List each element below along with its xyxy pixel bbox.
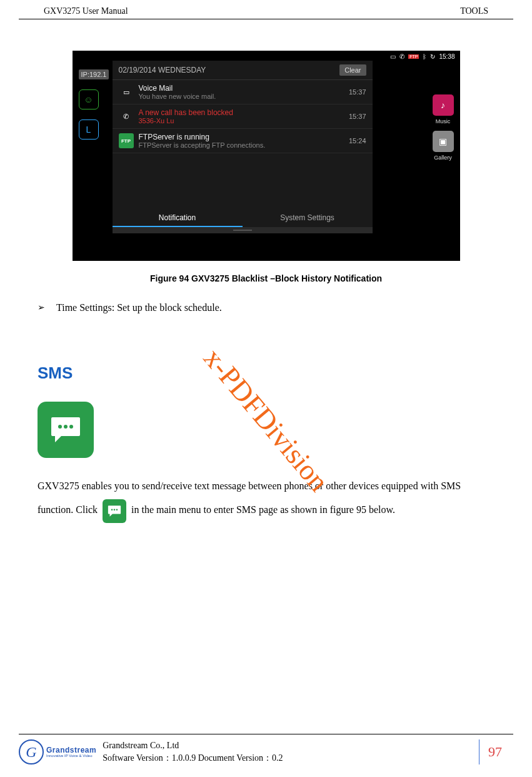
sms-bubble-icon — [50, 416, 81, 444]
logo-name: Grandstream — [46, 746, 96, 754]
ip-label: IP:192.1 — [79, 69, 109, 79]
logo-mark: G — [19, 739, 44, 764]
voicemail-icon: ▭ — [119, 84, 134, 99]
body-text-after: in the main menu to enter SMS page as sh… — [131, 504, 395, 515]
home-left-icons: ☺ L — [79, 89, 99, 140]
page-header: GXV3275 User Manual TOOLS — [19, 0, 513, 19]
notification-item[interactable]: FTP FTPServer is running FTPServer is ac… — [113, 129, 373, 153]
notif-title: FTPServer is running — [139, 133, 344, 141]
page-content: ▭ ✆ FTP ᛒ ↻ 15:38 IP:192.1 ☺ L 02/19/201… — [0, 19, 532, 523]
blocked-call-icon: ✆ — [119, 109, 134, 124]
home-apps: ♪ Music ▣ Gallery — [433, 94, 454, 161]
panel-tabs: Notification System Settings — [113, 210, 373, 227]
notification-panel: 02/19/2014 WEDNESDAY Clear ▭ Voice Mail … — [113, 61, 373, 233]
tab-system-settings[interactable]: System Settings — [243, 210, 373, 227]
brand-logo: G Grandstream Innovative IP Voice & Vide… — [19, 739, 96, 764]
browser-tile: L — [79, 119, 99, 140]
bullet-icon: ➢ — [38, 302, 45, 313]
panel-date-row: 02/19/2014 WEDNESDAY Clear — [113, 61, 373, 80]
notif-time: 15:37 — [349, 88, 366, 96]
footer-company: Grandstream Co., Ltd — [103, 739, 283, 752]
contact-tile: ☺ — [79, 89, 99, 109]
page-number: 97 — [479, 744, 513, 760]
notification-item[interactable]: ▭ Voice Mail You have new voice mail. 15… — [113, 80, 373, 104]
notif-subtitle: 3536-Xu Lu — [139, 117, 344, 124]
sync-icon: ↻ — [430, 53, 435, 60]
svg-point-2 — [69, 425, 73, 429]
footer-version: Software Version：1.0.0.9 Document Versio… — [103, 752, 283, 764]
svg-point-5 — [116, 509, 118, 510]
device-screenshot: ▭ ✆ FTP ᛒ ↻ 15:38 IP:192.1 ☺ L 02/19/201… — [73, 51, 460, 261]
gallery-app-icon: ▣ — [433, 131, 454, 152]
notif-title: A new call has been blocked — [139, 108, 344, 117]
svg-point-1 — [64, 425, 68, 429]
voicemail-icon: ▭ — [390, 53, 396, 60]
ftp-server-icon: FTP — [119, 133, 134, 148]
sms-icon-inline — [103, 499, 126, 523]
page-footer: G Grandstream Innovative IP Voice & Vide… — [19, 734, 513, 764]
bullet-text: Time Settings: Set up the block schedule… — [56, 302, 222, 313]
notif-subtitle: You have new voice mail. — [139, 93, 344, 100]
bullet-item: ➢ Time Settings: Set up the block schedu… — [38, 302, 494, 313]
page-number-box: 97 — [479, 739, 513, 764]
notif-time: 15:37 — [349, 113, 366, 120]
notif-time: 15:24 — [349, 137, 366, 145]
svg-point-3 — [111, 509, 113, 510]
body-paragraph: GXV3275 enables you to send/receive text… — [38, 474, 494, 523]
clear-button[interactable]: Clear — [339, 64, 366, 76]
notif-subtitle: FTPServer is accepting FTP connections. — [139, 141, 344, 149]
panel-handle[interactable] — [113, 227, 373, 233]
logo-tagline: Innovative IP Voice & Video — [46, 754, 96, 758]
svg-point-0 — [58, 425, 62, 429]
notif-title: Voice Mail — [139, 84, 344, 93]
ftp-status-icon: FTP — [408, 54, 419, 59]
footer-info: Grandstream Co., Ltd Software Version：1.… — [103, 739, 283, 764]
music-app-label: Music — [436, 118, 451, 124]
notification-item[interactable]: ✆ A new call has been blocked 3536-Xu Lu… — [113, 104, 373, 129]
footer-left: G Grandstream Innovative IP Voice & Vide… — [19, 739, 283, 764]
music-app-icon: ♪ — [433, 94, 454, 116]
header-right: TOOLS — [460, 6, 488, 16]
figure-caption: Figure 94 GXV3275 Blacklist –Block Histo… — [38, 273, 494, 283]
status-time: 15:38 — [439, 53, 454, 60]
tab-notification[interactable]: Notification — [113, 210, 243, 227]
section-heading-sms: SMS — [38, 363, 494, 383]
panel-date: 02/19/2014 WEDNESDAY — [119, 66, 206, 74]
svg-point-4 — [114, 509, 116, 510]
call-blocked-icon: ✆ — [399, 53, 404, 60]
bluetooth-icon: ᛒ — [423, 53, 426, 60]
gallery-app-label: Gallery — [434, 155, 452, 161]
header-left: GXV3275 User Manual — [44, 6, 128, 16]
sms-icon-large — [38, 402, 94, 458]
